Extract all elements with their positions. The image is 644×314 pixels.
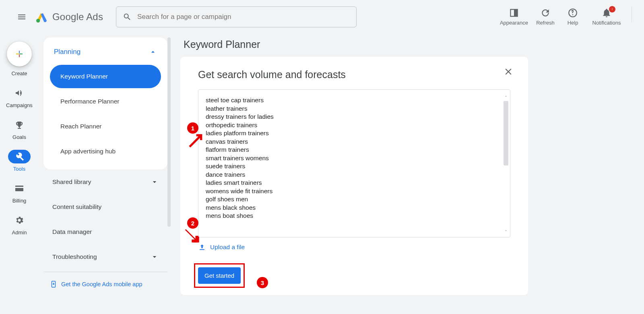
google-ads-logo-icon: [35, 10, 48, 23]
planning-title: Planning: [54, 48, 149, 56]
card-icon: [14, 184, 24, 193]
app-header: Google Ads Appearance Refresh Help Notif…: [0, 0, 644, 33]
nav-performance-planner[interactable]: Performance Planner: [50, 90, 161, 113]
appearance-button[interactable]: Appearance: [497, 6, 531, 27]
rail-admin-label: Admin: [12, 229, 27, 236]
caret-up-icon: [504, 94, 508, 98]
nav-shared-library[interactable]: Shared library: [43, 169, 167, 194]
nav-performance-planner-label: Performance Planner: [60, 98, 119, 105]
chevron-down-icon: [151, 178, 159, 186]
close-icon: [503, 66, 514, 77]
appearance-label: Appearance: [500, 20, 528, 26]
side-panel: Planning Keyword Planner Performance Pla…: [43, 37, 167, 314]
header-actions: Appearance Refresh Help Notifications: [497, 6, 632, 27]
mobile-app-link[interactable]: Get the Google Ads mobile app: [43, 272, 167, 289]
get-started-button[interactable]: Get started: [198, 267, 241, 284]
hamburger-icon: [17, 12, 27, 22]
close-button[interactable]: [503, 66, 514, 78]
wrench-icon: [14, 152, 24, 161]
chevron-up-icon: [149, 48, 157, 56]
help-label: Help: [568, 20, 578, 26]
upload-label: Upload a file: [210, 244, 245, 251]
header-separator: [632, 6, 632, 22]
planning-card: Planning Keyword Planner Performance Pla…: [43, 37, 167, 169]
global-search[interactable]: [116, 6, 357, 27]
refresh-button[interactable]: Refresh: [533, 6, 558, 27]
upload-file-link[interactable]: Upload a file: [198, 243, 510, 251]
gear-icon: [14, 215, 24, 225]
card-title: Get search volume and forecasts: [198, 69, 510, 81]
nav-data-manager[interactable]: Data manager: [43, 219, 167, 244]
mobile-download-icon: [50, 279, 57, 289]
nav-reach-planner[interactable]: Reach Planner: [50, 115, 161, 138]
refresh-icon: [540, 8, 551, 18]
trophy-icon: [14, 120, 24, 130]
help-button[interactable]: Help: [560, 6, 586, 27]
main-area: Keyword Planner Get search volume and fo…: [180, 36, 640, 310]
rail-create[interactable]: Create: [3, 39, 35, 81]
page-title: Keyword Planner: [184, 39, 640, 50]
rail-admin[interactable]: Admin: [3, 211, 35, 240]
rail-billing-label: Billing: [12, 198, 27, 204]
nav-keyword-planner-label: Keyword Planner: [60, 73, 108, 80]
upload-icon: [198, 243, 206, 251]
scroll-up-arrow[interactable]: [504, 94, 508, 99]
plus-icon: [14, 49, 24, 59]
notifications-label: Notifications: [592, 20, 621, 26]
appearance-icon: [509, 8, 519, 18]
nav-shared-library-label: Shared library: [52, 178, 151, 186]
nav-keyword-planner[interactable]: Keyword Planner: [50, 65, 161, 88]
rail-billing[interactable]: Billing: [3, 179, 35, 208]
refresh-label: Refresh: [536, 20, 555, 26]
notifications-button[interactable]: Notifications: [587, 6, 626, 27]
keywords-box[interactable]: steel toe cap trainers leather trainers …: [198, 89, 510, 238]
help-icon: [568, 8, 578, 18]
nav-troubleshooting-label: Troubleshooting: [52, 253, 151, 260]
keywords-textarea[interactable]: steel toe cap trainers leather trainers …: [198, 90, 510, 237]
brand-text: Google Ads: [52, 11, 103, 23]
brand-logo[interactable]: Google Ads: [35, 10, 103, 23]
nav-app-advertising-hub[interactable]: App advertising hub: [50, 140, 161, 163]
menu-button[interactable]: [12, 7, 31, 27]
nav-content-suit-label: Content suitability: [52, 203, 159, 211]
keywords-scrollbar[interactable]: [504, 101, 508, 165]
rail-goals[interactable]: Goals: [3, 116, 35, 144]
nav-content-suitability[interactable]: Content suitability: [43, 194, 167, 219]
rail-goals-label: Goals: [12, 134, 26, 140]
rail-campaigns[interactable]: Campaigns: [3, 84, 35, 112]
mobile-app-label: Get the Google Ads mobile app: [61, 281, 142, 287]
exclaim-icon: [610, 7, 614, 11]
search-icon: [123, 12, 132, 21]
megaphone-icon: [14, 88, 24, 98]
planning-header[interactable]: Planning: [48, 45, 163, 63]
nav-reach-planner-label: Reach Planner: [60, 123, 102, 130]
rail-tools-label: Tools: [13, 166, 25, 172]
forecasts-card: Get search volume and forecasts steel to…: [180, 57, 528, 295]
rail-create-label: Create: [11, 70, 27, 76]
svg-point-0: [36, 19, 40, 22]
scroll-down-arrow[interactable]: [504, 228, 508, 233]
left-rail: Create Campaigns Goals Tools Billing Adm…: [0, 33, 39, 314]
caret-down-icon: [504, 229, 508, 233]
search-input[interactable]: [137, 13, 350, 21]
rail-campaigns-label: Campaigns: [6, 102, 33, 108]
nav-data-manager-label: Data manager: [52, 228, 159, 236]
rail-tools[interactable]: Tools: [3, 147, 35, 176]
notification-badge: [609, 6, 615, 12]
nav-troubleshooting[interactable]: Troubleshooting: [43, 244, 167, 269]
nav-app-adv-hub-label: App advertising hub: [60, 148, 116, 155]
chevron-down-icon: [151, 253, 159, 261]
side-scrollbar[interactable]: [167, 37, 171, 227]
